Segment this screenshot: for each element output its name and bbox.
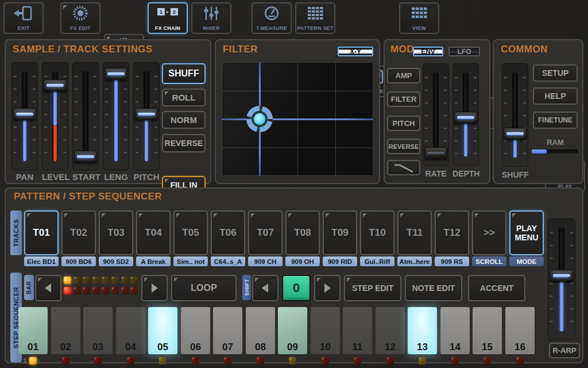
- start-fader[interactable]: [72, 62, 99, 170]
- sample-track-settings-panel: SAMPLE / TRACK SETTINGS PAN L: [5, 39, 211, 184]
- track-pad-t01[interactable]: T01: [24, 210, 59, 255]
- start-label: START: [72, 172, 99, 182]
- track-label-909-rs: 909 RS: [435, 256, 469, 266]
- bar-led-red-8: [130, 287, 138, 294]
- rate-fader-thumb[interactable]: [424, 147, 447, 159]
- view-button[interactable]: VIEW: [399, 2, 439, 34]
- fx-edit-button[interactable]: FX EDIT: [60, 2, 100, 34]
- pattern-set-button[interactable]: PATTERN SET: [295, 2, 335, 34]
- step-pad-10[interactable]: 10: [311, 307, 340, 354]
- track-pad-t03[interactable]: T03: [99, 210, 133, 255]
- bar-next-button[interactable]: [141, 275, 168, 301]
- track-pad-t02[interactable]: T02: [61, 210, 96, 255]
- step-pad-06[interactable]: 06: [181, 307, 210, 354]
- bar-prev-button[interactable]: [35, 275, 61, 301]
- step-flag-icon-05: [159, 357, 167, 365]
- pattern-panel-title: PATTERN / STEP SEQUENCER: [14, 191, 162, 202]
- step-pad-16[interactable]: 16: [505, 307, 535, 354]
- step-pad-09[interactable]: 09: [278, 307, 307, 354]
- track-pad-t12[interactable]: T12: [435, 210, 469, 255]
- rate-fader[interactable]: [423, 63, 449, 166]
- t-measure-button[interactable]: T.MEASURE: [252, 2, 292, 34]
- bar-led-yellow-7: [121, 277, 129, 284]
- setup-button[interactable]: SETUP: [533, 64, 578, 82]
- mod-filter-button[interactable]: FILTER: [387, 91, 420, 107]
- step-flag-icon-02: [62, 357, 69, 365]
- accent-button[interactable]: ACCENT: [468, 275, 525, 301]
- shuff-button[interactable]: SHUFF: [162, 63, 206, 84]
- step-pad-01[interactable]: 01: [18, 307, 48, 354]
- reverse-button[interactable]: REVERSE: [162, 134, 206, 152]
- step-pad-07[interactable]: 07: [213, 307, 242, 354]
- exit-button[interactable]: EXIT: [3, 2, 44, 34]
- common-shuff-fader[interactable]: [502, 63, 528, 167]
- step-pad-03[interactable]: 03: [83, 307, 113, 354]
- step-pad-13[interactable]: 13: [408, 307, 437, 354]
- lfo-tab[interactable]: LFO: [448, 47, 480, 56]
- chain-box-2: 2: [171, 8, 178, 16]
- step-flag-icon-07: [224, 357, 231, 365]
- common-shuff-thumb[interactable]: [504, 128, 527, 140]
- step-pad-02[interactable]: 02: [51, 307, 80, 354]
- bar-led-yellow-3: [83, 277, 90, 284]
- track-pad-t05[interactable]: T05: [173, 210, 208, 255]
- step-pad-14[interactable]: 14: [440, 307, 470, 354]
- track-pad-t09[interactable]: T09: [323, 210, 357, 255]
- bar-number: 1: [23, 357, 27, 365]
- pitch-fader[interactable]: [133, 62, 160, 170]
- fx-chain-button[interactable]: 1 ▸ 2 FX CHAIN: [148, 2, 188, 34]
- bar-led-yellow-2: [74, 277, 81, 284]
- track-pad-play-menu[interactable]: PLAY MENU: [509, 210, 544, 255]
- step-pad-08[interactable]: 08: [246, 307, 275, 354]
- roll-button[interactable]: ROLL: [162, 89, 206, 106]
- r-arp-button[interactable]: R-ARP: [549, 343, 580, 358]
- mod-amp-button[interactable]: AMP: [387, 68, 420, 83]
- env-tab[interactable]: ENV: [413, 47, 443, 56]
- tracks-tab[interactable]: TRACKS: [10, 210, 22, 255]
- mixer-button[interactable]: MIXER: [191, 2, 231, 34]
- step-pad-04[interactable]: 04: [116, 307, 145, 354]
- filter-xy-pad[interactable]: [222, 62, 373, 176]
- track-pad-t06[interactable]: T06: [211, 210, 245, 255]
- leng-fader[interactable]: [103, 62, 129, 170]
- step-pad-11[interactable]: 11: [343, 307, 372, 354]
- track-pad-t11[interactable]: T11: [397, 210, 432, 255]
- shift-counter[interactable]: 0: [282, 275, 311, 301]
- shift-next-button[interactable]: [314, 275, 341, 301]
- xy-puck[interactable]: [246, 106, 273, 132]
- track-pad-t04[interactable]: T04: [136, 210, 171, 255]
- track-pad-t10[interactable]: T10: [360, 210, 394, 255]
- pan-fader-thumb[interactable]: [13, 108, 36, 120]
- shift-prev-button[interactable]: [252, 275, 278, 301]
- depth-fader-thumb[interactable]: [454, 112, 477, 124]
- step-flag-icon-06: [192, 357, 199, 365]
- common-shuff-label: SHUFF: [502, 170, 528, 179]
- loop-button[interactable]: LOOP: [171, 275, 237, 301]
- help-button[interactable]: HELP: [533, 87, 578, 105]
- level-fader-thumb[interactable]: [44, 79, 67, 91]
- step-edit-button[interactable]: STEP EDIT: [344, 275, 401, 301]
- mod-env-shape-button[interactable]: [387, 160, 420, 175]
- start-fader-thumb[interactable]: [74, 151, 97, 163]
- track-pad-t08[interactable]: T08: [285, 210, 320, 255]
- level-fader[interactable]: [42, 62, 68, 170]
- app-screen: EXIT FX EDIT FX SEND 1 ▸ 2 FX CHAIN: [0, 0, 588, 368]
- step-pad-05[interactable]: 05: [148, 307, 177, 354]
- pan-fader[interactable]: [11, 62, 38, 170]
- pitch-fader-thumb[interactable]: [135, 108, 158, 120]
- master-fader-thumb[interactable]: [550, 270, 573, 282]
- mod-reverse-button[interactable]: REVERSE: [387, 139, 420, 154]
- step-pad-15[interactable]: 15: [473, 307, 502, 354]
- leng-fader-thumb[interactable]: [105, 68, 127, 80]
- finetune-button[interactable]: FINETUNE: [533, 112, 578, 129]
- step-flag-icon-10: [322, 357, 329, 365]
- xy-tab[interactable]: X-Y: [338, 47, 373, 56]
- norm-button[interactable]: NORM: [162, 111, 206, 129]
- master-fader[interactable]: [548, 218, 575, 340]
- step-pad-12[interactable]: 12: [376, 307, 405, 354]
- mod-pitch-button[interactable]: PITCH: [387, 116, 420, 131]
- depth-fader[interactable]: [452, 63, 479, 166]
- note-edit-button[interactable]: NOTE EDIT: [405, 275, 462, 301]
- track-pad-pad[interactable]: >>: [472, 210, 506, 255]
- track-pad-t07[interactable]: T07: [248, 210, 283, 255]
